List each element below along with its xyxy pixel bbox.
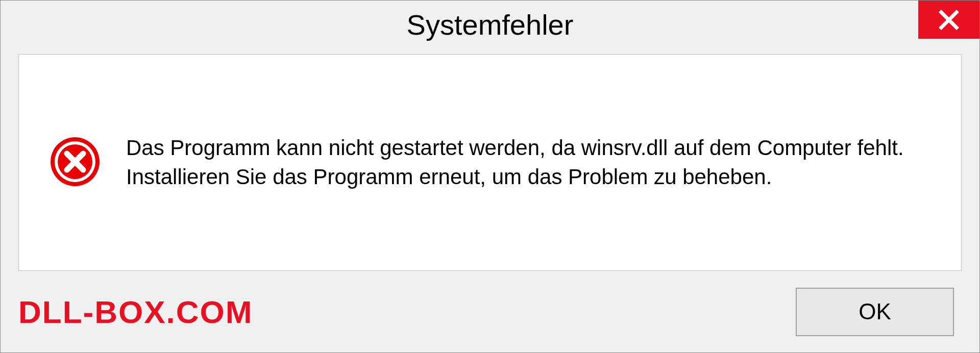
error-message: Das Programm kann nicht gestartet werden… [126,134,930,191]
ok-button[interactable]: OK [796,288,954,336]
close-icon [936,7,962,33]
error-dialog: Systemfehler Das Programm kann nicht ges… [0,0,980,353]
error-icon [50,136,101,189]
close-button[interactable] [918,1,979,39]
content-area: Das Programm kann nicht gestartet werden… [18,54,962,271]
watermark-text: DLL-BOX.COM [18,294,253,330]
dialog-title: Systemfehler [407,8,574,41]
titlebar: Systemfehler [1,1,979,49]
dialog-footer: DLL-BOX.COM OK [1,271,979,352]
